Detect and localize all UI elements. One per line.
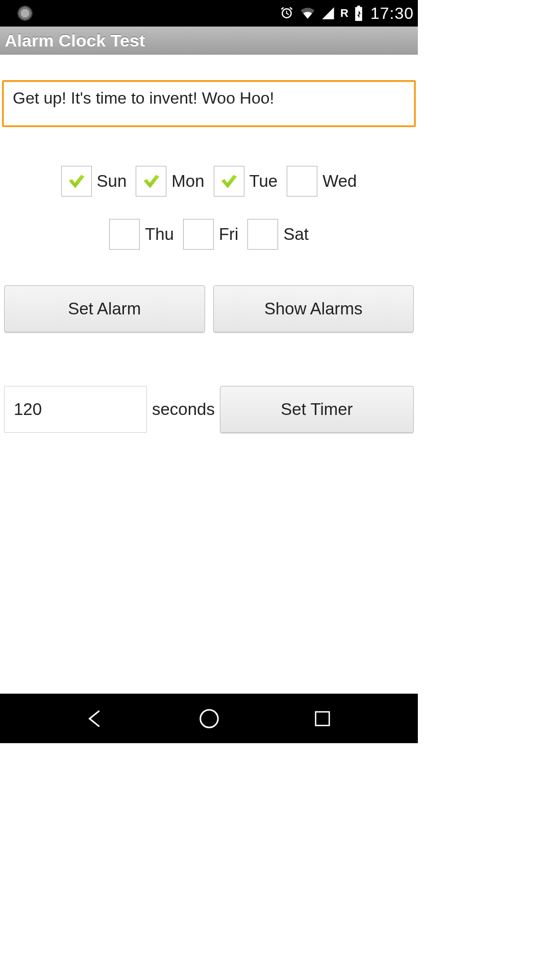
svg-point-0 — [200, 709, 218, 727]
action-bar: Alarm Clock Test — [0, 27, 418, 55]
day-mon[interactable]: Mon — [136, 166, 204, 197]
days-row-2: Thu Fri Sat — [109, 219, 309, 250]
cell-signal-icon — [321, 6, 335, 20]
back-icon[interactable] — [78, 701, 113, 737]
checkbox-mon[interactable] — [136, 166, 166, 197]
alarm-message-input[interactable] — [13, 89, 405, 108]
day-label-sat: Sat — [283, 225, 309, 244]
status-bar: R 17:30 — [0, 0, 418, 27]
status-clock: 17:30 — [370, 4, 414, 23]
checkbox-thu[interactable] — [109, 219, 140, 250]
day-label-wed: Wed — [322, 172, 357, 191]
day-label-fri: Fri — [219, 225, 238, 244]
day-label-sun: Sun — [97, 172, 127, 191]
day-thu[interactable]: Thu — [109, 219, 174, 250]
checkbox-tue[interactable] — [214, 166, 244, 197]
recents-icon[interactable] — [305, 701, 340, 737]
alarm-icon — [279, 6, 294, 21]
content-area: Sun Mon Tue Wed Thu Fri — [0, 55, 418, 694]
battery-charging-icon — [354, 6, 363, 21]
day-label-mon: Mon — [171, 172, 204, 191]
day-sun[interactable]: Sun — [61, 166, 127, 197]
wifi-icon — [299, 6, 316, 20]
timer-seconds-input[interactable] — [4, 386, 147, 433]
checkbox-fri[interactable] — [183, 219, 214, 250]
roaming-indicator: R — [340, 7, 349, 20]
alarm-message-field-wrapper — [2, 80, 416, 127]
day-wed[interactable]: Wed — [287, 166, 357, 197]
spinner-icon — [17, 6, 33, 21]
timer-row: seconds Set Timer — [0, 386, 418, 433]
day-label-tue: Tue — [249, 172, 278, 191]
seconds-label: seconds — [152, 400, 215, 419]
show-alarms-button[interactable]: Show Alarms — [213, 285, 414, 332]
set-timer-button[interactable]: Set Timer — [220, 386, 414, 433]
days-group: Sun Mon Tue Wed Thu Fri — [0, 166, 418, 250]
day-label-thu: Thu — [145, 225, 174, 244]
action-bar-title: Alarm Clock Test — [5, 31, 145, 51]
home-icon[interactable] — [191, 701, 227, 737]
checkbox-sat[interactable] — [247, 219, 278, 250]
day-fri[interactable]: Fri — [183, 219, 238, 250]
svg-rect-1 — [315, 712, 329, 725]
checkbox-wed[interactable] — [287, 166, 317, 197]
status-bar-right: R 17:30 — [279, 4, 414, 23]
day-tue[interactable]: Tue — [214, 166, 278, 197]
navigation-bar — [0, 694, 418, 743]
set-alarm-button[interactable]: Set Alarm — [4, 285, 205, 332]
day-sat[interactable]: Sat — [247, 219, 309, 250]
checkbox-sun[interactable] — [61, 166, 92, 197]
alarm-buttons-row: Set Alarm Show Alarms — [0, 285, 418, 332]
days-row-1: Sun Mon Tue Wed — [61, 166, 357, 197]
